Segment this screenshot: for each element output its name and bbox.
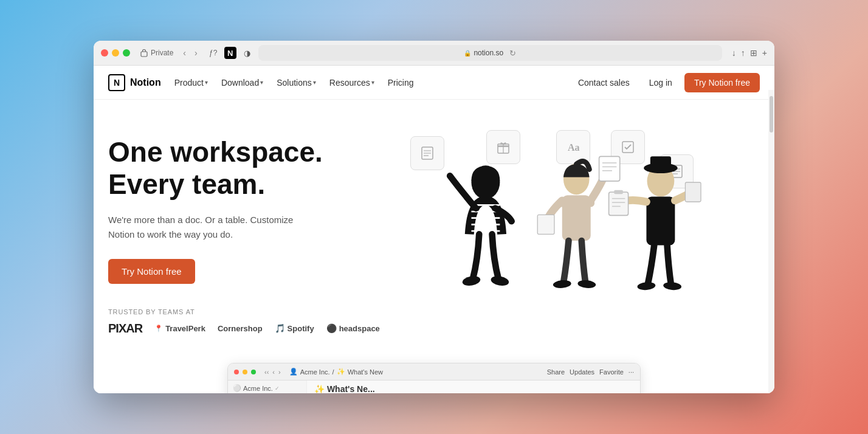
mini-share-btn[interactable]: Share (547, 368, 565, 376)
svg-rect-25 (537, 215, 554, 234)
svg-point-27 (577, 280, 596, 289)
contact-sales-button[interactable]: Contact sales (571, 74, 637, 91)
nav-item-pricing[interactable]: Pricing (382, 74, 420, 91)
notion-nav-items: Product ▾ Download ▾ Solutions ▾ Resourc… (168, 74, 420, 91)
spotify-logo: 🎵 Spotify (275, 323, 314, 333)
mini-sidebar: ⚪ Acme Inc. ✓ Quick Find (228, 381, 307, 393)
mini-avatar-icon: 👤 (289, 368, 298, 376)
cornershop-logo: Cornershop (218, 324, 263, 333)
svg-rect-30 (650, 156, 671, 170)
browser-chrome: Private ‹ › ƒ? N ◑ 🔒 notion.so ↻ ↓ ↑ ⊞ + (94, 41, 774, 66)
download-icon[interactable]: ↓ (732, 48, 736, 58)
svg-rect-32 (608, 192, 628, 215)
nav-download-chevron: ▾ (260, 79, 263, 86)
address-bar[interactable]: 🔒 notion.so ↻ (258, 45, 722, 61)
mini-title-icon: ✨ (314, 384, 325, 393)
mini-traffic-yellow[interactable] (243, 370, 247, 374)
dark-mode-icon[interactable]: ◑ (241, 47, 253, 59)
mini-browser-bar: ‹‹ ‹ › 👤 Acme Inc. / ✨ What's New Share … (228, 363, 640, 381)
mini-nav-back[interactable]: ‹‹ (264, 368, 269, 376)
spotify-icon: 🎵 (275, 323, 285, 333)
mini-notion-window: ‹‹ ‹ › 👤 Acme Inc. / ✨ What's New Share … (227, 363, 641, 393)
notion-logo-letter: N (114, 78, 120, 88)
mini-more-btn[interactable]: ··· (629, 368, 634, 376)
nav-solutions-label: Solutions (277, 78, 312, 88)
mini-actions: Share Updates Favorite ··· (547, 368, 634, 376)
grid-icon[interactable]: ⊞ (750, 48, 757, 58)
nav-item-solutions[interactable]: Solutions ▾ (270, 74, 322, 91)
headspace-logo: ⚫ headspace (326, 323, 380, 333)
mini-title-text: What's Ne... (327, 384, 375, 393)
trusted-section: TRUSTED BY TEAMS AT PIXAR 📍 TravelPerk C… (108, 308, 380, 336)
mini-breadcrumb: 👤 Acme Inc. / ✨ What's New (289, 368, 383, 376)
svg-rect-31 (646, 196, 675, 245)
mini-breadcrumb-page: What's New (348, 368, 383, 376)
url-display: notion.so (474, 49, 503, 57)
nav-resources-label: Resources (329, 78, 370, 88)
nav-product-chevron: ▾ (205, 79, 208, 86)
hero-cta-button[interactable]: Try Notion free (108, 259, 195, 284)
try-notion-free-nav-button[interactable]: Try Notion free (684, 73, 760, 92)
mini-favorite-btn[interactable]: Favorite (599, 368, 624, 376)
nav-item-product[interactable]: Product ▾ (168, 74, 214, 91)
hero-illustration: Aa (380, 124, 760, 319)
notion-extension-icon[interactable]: N (224, 47, 236, 59)
traffic-lights (101, 49, 130, 57)
browser-window: Private ‹ › ƒ? N ◑ 🔒 notion.so ↻ ↓ ↑ ⊞ + (94, 41, 774, 393)
share-icon[interactable]: ↑ (741, 48, 745, 58)
hero-title: One workspace. Every team. (108, 136, 380, 201)
svg-point-15 (461, 275, 481, 287)
refresh-icon[interactable]: ↻ (509, 49, 516, 58)
mini-nav-prev[interactable]: ‹ (272, 368, 275, 376)
hero-subtitle: We're more than a doc. Or a table. Custo… (108, 213, 303, 242)
notion-nav-right: Contact sales Log in Try Notion free (571, 73, 760, 92)
nav-product-label: Product (174, 78, 204, 88)
mini-traffic-green[interactable] (251, 370, 256, 374)
nav-item-resources[interactable]: Resources ▾ (323, 74, 381, 91)
hero-people-illustration (380, 124, 760, 319)
traffic-light-yellow[interactable] (112, 49, 119, 57)
reader-mode-icon[interactable]: ƒ? (207, 47, 219, 59)
browser-nav: ‹ › (181, 47, 199, 59)
svg-rect-21 (599, 156, 619, 181)
mini-breadcrumb-workspace: Acme Inc. (300, 368, 330, 376)
scrollbar[interactable] (768, 90, 774, 393)
private-label: Private (151, 49, 173, 57)
mini-updates-btn[interactable]: Updates (570, 368, 594, 376)
notion-logo[interactable]: N Notion (108, 74, 161, 91)
page-content: N Notion Product ▾ Download ▾ Solutions … (94, 66, 774, 393)
mini-nav-icons: ‹‹ ‹ › (264, 368, 281, 376)
nav-back-button[interactable]: ‹ (181, 47, 188, 59)
browser-titlebar: Private ‹ › ƒ? N ◑ 🔒 notion.so ↻ ↓ ↑ ⊞ + (101, 41, 767, 65)
trusted-label: TRUSTED BY TEAMS AT (108, 308, 380, 315)
svg-rect-0 (141, 52, 147, 57)
traffic-light-green[interactable] (123, 49, 130, 57)
nav-forward-button[interactable]: › (192, 47, 200, 59)
notion-logo-icon: N (108, 74, 125, 91)
mini-traffic-red[interactable] (234, 370, 239, 374)
nav-pricing-label: Pricing (388, 78, 414, 88)
pixar-logo: PIXAR (108, 322, 142, 336)
mini-content: ⚪ Acme Inc. ✓ Quick Find ✨ What's Ne... (228, 381, 640, 393)
notion-brand-name: Notion (130, 77, 161, 88)
svg-rect-37 (685, 182, 701, 202)
nav-item-download[interactable]: Download ▾ (215, 74, 269, 91)
svg-point-16 (490, 275, 509, 287)
mini-breadcrumb-separator: / (332, 368, 334, 376)
nav-solutions-chevron: ▾ (313, 79, 316, 86)
login-button[interactable]: Log in (642, 74, 680, 91)
browser-right-icons: ↓ ↑ ⊞ + (732, 48, 767, 58)
nav-download-label: Download (221, 78, 259, 88)
new-tab-icon[interactable]: + (762, 48, 767, 58)
hero-title-line2: Every team. (108, 168, 265, 200)
svg-point-39 (663, 281, 682, 291)
headspace-icon: ⚫ (326, 323, 337, 333)
traffic-light-red[interactable] (101, 49, 108, 57)
hero-left: One workspace. Every team. We're more th… (108, 124, 380, 336)
mini-breadcrumb-page-icon: ✨ (337, 368, 345, 376)
travelperk-pin-icon: 📍 (154, 325, 163, 332)
mini-nav-next[interactable]: › (278, 368, 281, 376)
mini-sidebar-workspace: ⚪ Acme Inc. ✓ (233, 384, 301, 392)
scrollbar-thumb[interactable] (770, 96, 773, 133)
mini-page-title: ✨ What's Ne... (314, 384, 633, 393)
